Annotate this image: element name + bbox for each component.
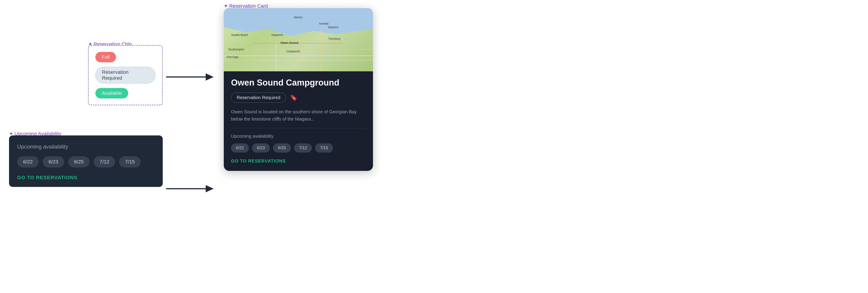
map-label-meaford: Meaford: [328, 26, 338, 29]
chip-reservation[interactable]: Reservation Required: [95, 67, 156, 83]
date-chips-row: 6/22 6/23 6/25 7/12 7/15: [17, 156, 155, 168]
chip-available[interactable]: Available: [95, 88, 128, 99]
card-date-chips-row: 6/22 6/23 6/25 7/12 7/15: [231, 143, 366, 153]
arrow-chip-to-card: [166, 71, 214, 83]
card-date-chip-2[interactable]: 6/23: [252, 143, 270, 153]
map-label-southampton: Southampton: [228, 48, 244, 51]
map-label-sauble: Sauble Beach: [231, 33, 248, 37]
date-chip-1[interactable]: 6/22: [17, 156, 39, 168]
reservation-card: Warton Kemble Sauble Beach Hepworth Meaf…: [224, 8, 373, 171]
availability-title: Upcoming availability: [17, 144, 155, 150]
svg-marker-3: [206, 185, 214, 192]
chip-box: Full Reservation Required Available: [88, 45, 163, 105]
card-date-chip-4[interactable]: 7/12: [294, 143, 312, 153]
date-chip-2[interactable]: 6/23: [43, 156, 64, 168]
upcoming-availability-box: Upcoming availability 6/22 6/23 6/25 7/1…: [9, 136, 163, 187]
card-description: Owen Sound is located on the southern sh…: [231, 108, 366, 122]
chip-full[interactable]: Full: [95, 52, 116, 62]
arrow-avail-to-card: [166, 183, 214, 194]
date-chip-5[interactable]: 7/15: [119, 156, 141, 168]
map-label-kemble: Kemble: [319, 22, 329, 25]
bookmark-icon[interactable]: 🔖: [290, 94, 297, 101]
map-label-owen-sound: Owen Sound: [281, 41, 298, 44]
card-chip-reservation[interactable]: Reservation Required: [231, 93, 286, 103]
card-map: Warton Kemble Sauble Beach Hepworth Meaf…: [224, 8, 373, 71]
card-date-chip-5[interactable]: 7/15: [315, 143, 333, 153]
card-body: Owen Sound Campground Reservation Requir…: [224, 71, 373, 171]
map-label-thornbury: Thornbury: [328, 37, 341, 40]
date-chip-3[interactable]: 6/25: [68, 156, 90, 168]
card-availability-title: Upcoming availability: [231, 134, 366, 139]
date-chip-4[interactable]: 7/12: [94, 156, 115, 168]
card-divider: [231, 128, 366, 128]
card-chips-row: Reservation Required 🔖: [231, 93, 366, 103]
card-date-chip-3[interactable]: 6/25: [273, 143, 291, 153]
go-to-reservations-button[interactable]: GO TO RESERVATIONS: [17, 175, 155, 181]
map-label-port-elgin: Port Elgin: [227, 56, 239, 59]
map-label-hepworth: Hepworth: [272, 33, 283, 37]
card-date-chip-1[interactable]: 6/22: [231, 143, 249, 153]
svg-marker-1: [206, 73, 214, 81]
card-campground-title: Owen Sound Campground: [231, 78, 366, 88]
card-go-to-reservations-button[interactable]: GO TO RESERVATIONS: [231, 158, 366, 163]
